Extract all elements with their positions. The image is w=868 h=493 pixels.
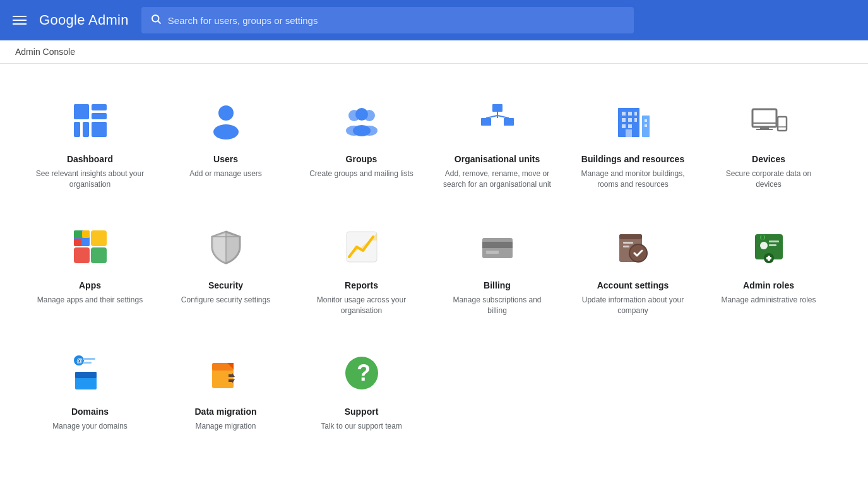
card-desc-devices: Secure corporate data on devices xyxy=(714,169,823,190)
svg-rect-29 xyxy=(634,118,637,122)
card-billing[interactable]: Billing Manage subscriptions and billing xyxy=(432,209,562,329)
svg-point-0 xyxy=(152,15,159,22)
svg-rect-4 xyxy=(92,113,107,119)
security-icon xyxy=(203,224,249,270)
billing-icon xyxy=(475,224,520,270)
card-title-groups: Groups xyxy=(346,153,378,165)
card-title-support: Support xyxy=(345,406,379,417)
card-desc-domains: Manage your domains xyxy=(52,421,128,432)
svg-rect-65 xyxy=(769,244,776,246)
card-title-devices: Devices xyxy=(752,153,785,165)
svg-text:?: ? xyxy=(357,360,371,386)
svg-rect-72 xyxy=(75,372,97,378)
svg-line-21 xyxy=(497,116,509,118)
cards-grid: Dashboard See relevant insights about yo… xyxy=(25,83,833,444)
svg-rect-28 xyxy=(628,118,632,122)
card-desc-account-settings: Update information about your company xyxy=(578,295,687,316)
card-buildings[interactable]: Buildings and resources Manage and monit… xyxy=(568,83,698,203)
svg-rect-3 xyxy=(92,104,107,110)
svg-point-8 xyxy=(218,105,234,121)
svg-rect-70 xyxy=(766,257,771,259)
card-desc-users: Add or manage users xyxy=(189,169,262,179)
card-title-reports: Reports xyxy=(345,280,378,291)
svg-rect-55 xyxy=(486,251,499,254)
svg-rect-44 xyxy=(74,239,81,246)
card-desc-org-units: Add, remove, rename, move or search for … xyxy=(443,169,552,190)
svg-rect-33 xyxy=(645,124,647,127)
card-title-domains: Domains xyxy=(71,406,109,417)
users-icon xyxy=(203,98,249,143)
card-desc-support: Talk to our support team xyxy=(321,421,402,432)
svg-rect-25 xyxy=(628,112,632,116)
card-desc-billing: Manage subscriptions and billing xyxy=(443,295,552,316)
card-reports[interactable]: Reports Monitor usage across your organi… xyxy=(297,209,426,329)
svg-rect-76 xyxy=(83,362,92,364)
card-desc-apps: Manage apps and their settings xyxy=(37,295,143,306)
card-desc-admin-roles: Manage administrative roles xyxy=(721,295,816,306)
card-desc-data-migration: Manage migration xyxy=(195,421,256,432)
card-admin-roles[interactable]: Admin roles Manage administrative roles xyxy=(704,209,833,329)
svg-point-63 xyxy=(760,242,768,249)
buildings-icon xyxy=(610,98,656,143)
svg-rect-48 xyxy=(91,247,107,263)
svg-rect-60 xyxy=(623,242,633,244)
card-security[interactable]: Security Configure security settings xyxy=(161,209,290,329)
card-support[interactable]: ? Support Talk to our support team xyxy=(297,335,426,444)
svg-rect-27 xyxy=(622,118,626,122)
svg-rect-31 xyxy=(628,124,632,128)
card-devices[interactable]: Devices Secure corporate data on devices xyxy=(704,83,833,203)
svg-rect-16 xyxy=(492,104,502,112)
svg-rect-67 xyxy=(761,235,764,240)
svg-rect-24 xyxy=(622,112,626,116)
support-icon: ? xyxy=(339,350,384,396)
svg-line-1 xyxy=(158,21,160,23)
domains-icon: @ xyxy=(68,350,113,396)
svg-rect-61 xyxy=(623,246,629,247)
svg-rect-5 xyxy=(74,122,80,137)
card-data-migration[interactable]: Data migration Manage migration xyxy=(161,335,290,444)
card-title-buildings: Buildings and resources xyxy=(581,153,684,165)
card-title-data-migration: Data migration xyxy=(194,406,256,417)
svg-rect-39 xyxy=(778,117,787,131)
menu-icon[interactable] xyxy=(13,16,27,25)
svg-rect-54 xyxy=(482,242,513,248)
search-icon xyxy=(150,13,162,28)
svg-point-15 xyxy=(353,125,371,136)
breadcrumb: Admin Console xyxy=(0,40,868,64)
card-title-security: Security xyxy=(208,280,243,291)
card-desc-buildings: Manage and monitor buildings, rooms and … xyxy=(578,169,687,190)
card-desc-security: Configure security settings xyxy=(181,295,270,306)
reports-icon xyxy=(339,224,384,270)
svg-rect-7 xyxy=(92,122,107,137)
card-account-settings[interactable]: Account settings Update information abou… xyxy=(568,209,698,329)
svg-rect-57 xyxy=(619,234,642,239)
svg-line-20 xyxy=(486,116,497,118)
svg-rect-32 xyxy=(645,119,647,122)
card-title-users: Users xyxy=(213,153,238,165)
card-groups[interactable]: Groups Create groups and mailing lists xyxy=(297,83,426,203)
app-title: Google Admin xyxy=(39,12,129,28)
search-input[interactable] xyxy=(168,15,625,26)
svg-rect-64 xyxy=(769,241,779,242)
org-units-icon xyxy=(475,98,520,143)
card-dashboard[interactable]: Dashboard See relevant insights about yo… xyxy=(25,83,155,203)
card-apps[interactable]: Apps Manage apps and their settings xyxy=(25,209,155,329)
card-desc-dashboard: See relevant insights about your organis… xyxy=(35,169,145,190)
data-migration-icon xyxy=(203,350,249,396)
card-users[interactable]: Users Add or manage users xyxy=(161,83,290,203)
card-domains[interactable]: @ Domains Manage your domains xyxy=(25,335,155,444)
card-title-org-units: Organisational units xyxy=(455,153,540,165)
svg-rect-6 xyxy=(83,122,89,137)
svg-rect-18 xyxy=(504,118,514,126)
search-bar xyxy=(141,7,634,33)
card-org-units[interactable]: Organisational units Add, remove, rename… xyxy=(432,83,562,203)
svg-rect-34 xyxy=(626,129,632,137)
svg-text:@: @ xyxy=(76,357,83,364)
devices-icon xyxy=(746,98,792,143)
svg-point-12 xyxy=(355,108,368,121)
account-settings-icon xyxy=(610,224,656,270)
svg-rect-2 xyxy=(74,104,89,119)
svg-rect-46 xyxy=(91,230,107,246)
card-title-account-settings: Account settings xyxy=(597,280,669,291)
svg-rect-26 xyxy=(634,112,637,116)
